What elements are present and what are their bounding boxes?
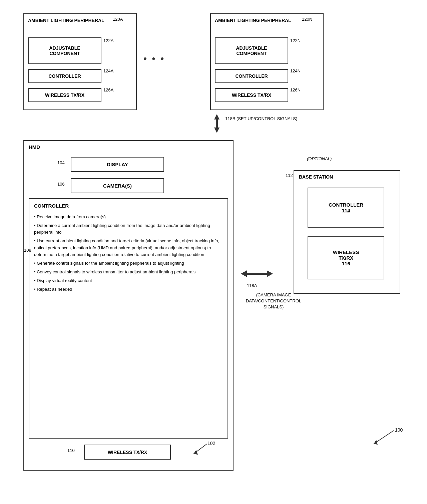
controller-section-box: CONTROLLER Receive image data from camer… bbox=[29, 198, 228, 439]
arrow-118a-group bbox=[240, 267, 274, 281]
ref102-label: 102 bbox=[207, 441, 215, 446]
bullet-item-1: Receive image data from camera(s) bbox=[34, 214, 223, 220]
svg-marker-2 bbox=[214, 128, 220, 133]
right-wireless-box: WIRELESS TX/RX bbox=[215, 88, 288, 102]
ref100-label: 100 bbox=[395, 427, 403, 433]
hmd-wireless-box: WIRELESS TX/RX bbox=[84, 445, 171, 460]
bullet-item-7: Repeat as needed bbox=[34, 286, 223, 293]
base-controller-line1: CONTROLLER bbox=[329, 202, 363, 208]
arrow-118b-tag: 118B (SET-UP/CONTROL SIGNALS) bbox=[225, 116, 297, 121]
bullet-item-2: Determine a current ambient lighting con… bbox=[34, 222, 223, 236]
bullet-items: Receive image data from camera(s) Determ… bbox=[34, 214, 223, 293]
diagram-container: AMBIENT LIGHTING PERIPHERAL ADJUSTABLECO… bbox=[0, 0, 427, 504]
svg-marker-9 bbox=[193, 450, 198, 455]
display-tag: 104 bbox=[57, 160, 65, 165]
right-peripheral-label: AMBIENT LIGHTING PERIPHERAL bbox=[215, 17, 291, 23]
base-wireless-line2: TX/RX bbox=[339, 255, 353, 261]
base-station-outer: BASE STATION CONTROLLER 114 WIRELESS TX/… bbox=[294, 170, 400, 294]
svg-rect-1 bbox=[216, 119, 218, 128]
bullet-item-5: Convey control signals to wireless trans… bbox=[34, 269, 223, 275]
right-controller-box: CONTROLLER bbox=[215, 69, 288, 83]
hmd-label: HMD bbox=[29, 144, 40, 150]
controller-bullet-list: Receive image data from camera(s) Determ… bbox=[34, 214, 223, 293]
display-box: DISPLAY bbox=[71, 157, 164, 172]
right-controller-tag: 124N bbox=[290, 68, 301, 73]
svg-marker-5 bbox=[267, 270, 273, 277]
left-controller-box: CONTROLLER bbox=[28, 69, 101, 83]
left-controller-tag: 124A bbox=[103, 68, 113, 73]
base-station-label: BASE STATION bbox=[299, 174, 333, 180]
hmd-wireless-tag: 110 bbox=[67, 448, 75, 453]
arrow-118b bbox=[210, 113, 224, 135]
camera-tag: 106 bbox=[57, 182, 65, 187]
left-peripheral-label: AMBIENT LIGHTING PERIPHERAL bbox=[28, 17, 104, 23]
right-peripheral-tag: 120N bbox=[302, 17, 312, 22]
bullet-item-6: Display virtual reality content bbox=[34, 277, 223, 284]
camera-box: CAMERA(S) bbox=[71, 178, 164, 193]
ref100-group: 100 bbox=[367, 427, 400, 448]
ref102-group: 102 bbox=[187, 441, 214, 458]
svg-marker-0 bbox=[214, 114, 220, 119]
svg-marker-3 bbox=[241, 270, 247, 277]
ellipsis-dots: • • • bbox=[143, 53, 165, 64]
base-controller-box: CONTROLLER 114 bbox=[308, 188, 384, 228]
arrow-118a-label: (CAMERA IMAGE DATA/CONTENT/CONTROL SIGNA… bbox=[240, 292, 307, 310]
right-wireless-tag: 126N bbox=[290, 87, 301, 92]
base-station-tag: 112 bbox=[286, 173, 293, 178]
base-wireless-box: WIRELESS TX/RX 116 bbox=[308, 236, 384, 279]
left-peripheral-tag: 120A bbox=[113, 17, 123, 22]
left-wireless-tag: 126A bbox=[103, 87, 113, 92]
left-adjustable-tag: 122A bbox=[103, 38, 113, 43]
arrow-118a-tag: 118A bbox=[247, 283, 257, 288]
svg-rect-4 bbox=[247, 273, 267, 275]
base-wireless-line1: WIRELESS bbox=[333, 249, 359, 255]
arrow-118b-svg bbox=[210, 113, 224, 134]
svg-marker-7 bbox=[374, 440, 378, 445]
controller-section-title: CONTROLLER bbox=[34, 203, 69, 209]
base-wireless-line3: 116 bbox=[342, 261, 350, 266]
controller-section-tag: 108 bbox=[24, 248, 31, 253]
right-adjustable-tag: 122N bbox=[290, 38, 301, 43]
left-wireless-box: WIRELESS TX/RX bbox=[28, 88, 101, 102]
base-controller-line2: 114 bbox=[342, 208, 350, 213]
optional-label: (OPTIONAL) bbox=[307, 156, 332, 161]
bullet-item-3: Use current ambient lighting condition a… bbox=[34, 238, 223, 258]
bullet-item-4: Generate control signals for the ambient… bbox=[34, 260, 223, 267]
arrow-118a-svg bbox=[240, 267, 274, 280]
left-adjustable-box: ADJUSTABLECOMPONENT bbox=[28, 37, 101, 64]
right-peripheral-outer: AMBIENT LIGHTING PERIPHERAL ADJUSTABLECO… bbox=[210, 13, 324, 110]
right-adjustable-box: ADJUSTABLECOMPONENT bbox=[215, 37, 288, 64]
left-peripheral-outer: AMBIENT LIGHTING PERIPHERAL ADJUSTABLECO… bbox=[23, 13, 137, 110]
hmd-outer: HMD DISPLAY 104 CAMERA(S) 106 CONTROLLER… bbox=[23, 140, 234, 471]
